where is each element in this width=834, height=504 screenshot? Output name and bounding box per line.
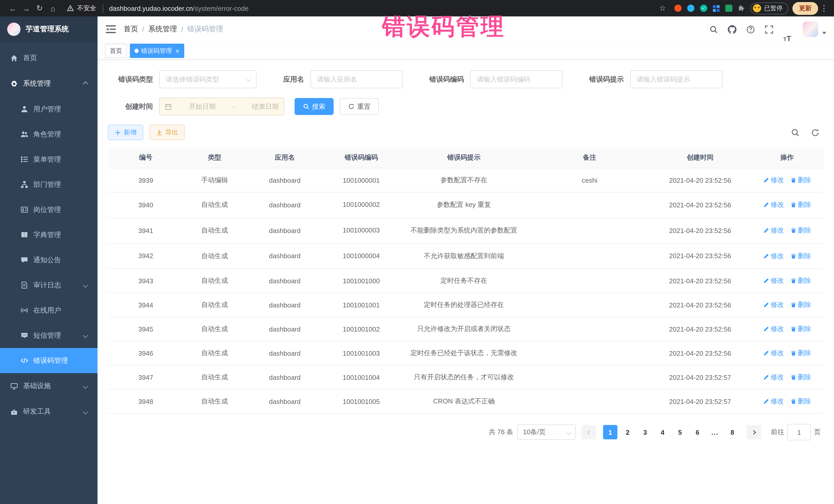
delete-link[interactable]: 删除 [790,277,811,286]
sidebar-item-role[interactable]: 角色管理 [0,122,97,147]
sidebar-item-dev-tools[interactable]: 研发工具 [0,399,97,424]
error-code-input[interactable] [470,70,563,88]
prev-page-button[interactable] [581,425,596,440]
security-badge[interactable]: 不安全 [67,4,103,13]
edit-link[interactable]: 修改 [763,301,784,310]
delete-link[interactable]: 删除 [790,301,811,310]
table-refresh-button[interactable] [811,128,820,137]
browser-back-button[interactable]: ← [6,2,20,15]
browser-profile-chip[interactable]: 已暂停 [750,2,788,14]
edit-link[interactable]: 修改 [763,325,784,334]
table-row: 3942自动生成dashboard1001000004不允许获取敏感配置到前端2… [108,243,824,269]
breadcrumb-home[interactable]: 首页 [124,25,138,34]
sidebar-item-dict[interactable]: 字典管理 [0,222,97,247]
delete-link[interactable]: 删除 [790,226,811,235]
cell-created: 2021-04-20 23:52:56 [650,168,750,192]
tab-home[interactable]: 首页 [105,44,127,58]
edit-link[interactable]: 修改 [763,251,784,261]
delete-link[interactable]: 删除 [790,349,811,358]
browser-home-button[interactable]: ⌂ [46,2,60,15]
add-button[interactable]: 新增 [108,125,143,140]
sidebar-item-error-code[interactable]: 错误码管理 [0,348,97,373]
sidebar-item-online-user[interactable]: 在线用户 [0,298,97,323]
date-start-input[interactable]: 开始日期 [189,102,216,111]
extension-icon[interactable] [687,5,695,12]
edit-link[interactable]: 修改 [763,349,784,358]
browser-menu-button[interactable]: ⋮ [820,4,828,13]
page-button-5[interactable]: 5 [673,425,687,440]
delete-link[interactable]: 删除 [790,200,811,210]
table-search-button[interactable] [791,128,799,137]
page-button-1[interactable]: 1 [603,425,617,440]
edit-link[interactable]: 修改 [763,373,784,382]
edit-link[interactable]: 修改 [763,397,784,406]
user-avatar[interactable] [803,22,818,37]
page-button-3[interactable]: 3 [638,425,652,440]
delete-link[interactable]: 删除 [790,325,811,334]
delete-link[interactable]: 删除 [790,176,811,185]
cell-actions: 修改删除 [750,293,824,317]
edit-link[interactable]: 修改 [763,176,784,185]
sidebar-item-post[interactable]: 岗位管理 [0,197,97,222]
page-button-8[interactable]: 8 [725,425,740,440]
date-range-picker[interactable]: 开始日期 - 结束日期 [159,97,284,115]
sidebar-item-infra[interactable]: 基础设施 [0,373,97,399]
sidebar-item-system[interactable]: 系统管理 [0,71,97,96]
edit-link[interactable]: 修改 [763,226,784,235]
sidebar-item-user[interactable]: 用户管理 [0,96,97,122]
extension-icon[interactable] [674,5,682,12]
font-size-button[interactable]: TT [779,17,795,42]
table-row: 3941自动生成dashboard1001000003不能删除类型为系统内置的参… [108,218,824,243]
app-name-input[interactable] [310,70,403,88]
address-bar[interactable]: dashboard.yudao.iocoder.cn/system/error-… [109,4,656,12]
sidebar-item-notice[interactable]: 通知公告 [0,247,97,272]
page-size-select[interactable]: 10条/页 [517,425,576,440]
sidebar-item-menu[interactable]: 菜单管理 [0,147,97,172]
search-button[interactable]: 搜索 [294,98,334,115]
app-logo[interactable]: 芋道管理系统 [0,17,97,42]
page-more-button[interactable]: ... [708,425,722,440]
delete-link[interactable]: 删除 [790,397,811,406]
browser-refresh-button[interactable]: ↻ [33,2,46,15]
cell-remark [529,317,650,341]
page-button-6[interactable]: 6 [690,425,705,440]
sidebar-item-dept[interactable]: 部门管理 [0,172,97,197]
sidebar-item-label: 用户管理 [34,105,61,114]
reset-button[interactable]: 重置 [340,98,379,115]
error-type-select[interactable] [159,70,257,88]
browser-update-button[interactable]: 更新 [792,2,818,15]
edit-link[interactable]: 修改 [763,277,784,286]
header-search-button[interactable] [705,17,722,42]
page-button-2[interactable]: 2 [620,425,635,440]
avatar-caret-icon[interactable] [822,31,826,34]
breadcrumb-system[interactable]: 系统管理 [148,25,177,34]
extension-icon[interactable]: ✓ [700,5,707,12]
docs-help-button[interactable] [742,17,759,42]
extension-icon[interactable] [713,5,720,12]
github-button[interactable] [724,17,740,42]
edit-link[interactable]: 修改 [763,200,784,210]
sidebar-item-audit-log[interactable]: 审计日志 [0,272,97,298]
page-button-4[interactable]: 4 [655,425,670,440]
hamburger-button[interactable] [105,24,116,35]
delete-link[interactable]: 删除 [790,251,811,261]
date-end-input[interactable]: 结束日期 [252,102,279,111]
error-code-table: 编号 类型 应用名 错误码编码 错误码提示 备注 创建时间 操作 3939手动编… [108,147,824,414]
export-button[interactable]: 导出 [149,125,185,140]
cell-type: 自动生成 [184,269,246,293]
tab-error-code[interactable]: 错误码管理× [130,44,184,58]
app-name-label: 应用名 [283,75,304,84]
next-page-button[interactable] [747,425,761,440]
cell-remark [529,192,650,218]
browser-forward-button[interactable]: → [20,2,33,15]
bookmark-star-icon[interactable]: ☆ [656,2,669,15]
sidebar-item-home[interactable]: 首页 [0,45,97,71]
sidebar-item-sms[interactable]: 短信管理 [0,323,97,348]
delete-link[interactable]: 删除 [790,373,811,382]
close-icon[interactable]: × [176,47,179,54]
extension-icon[interactable] [725,5,732,12]
error-hint-input[interactable] [630,70,722,88]
goto-page-input[interactable] [787,424,811,441]
puzzle-extension-icon[interactable] [738,5,745,12]
fullscreen-button[interactable] [761,17,777,42]
